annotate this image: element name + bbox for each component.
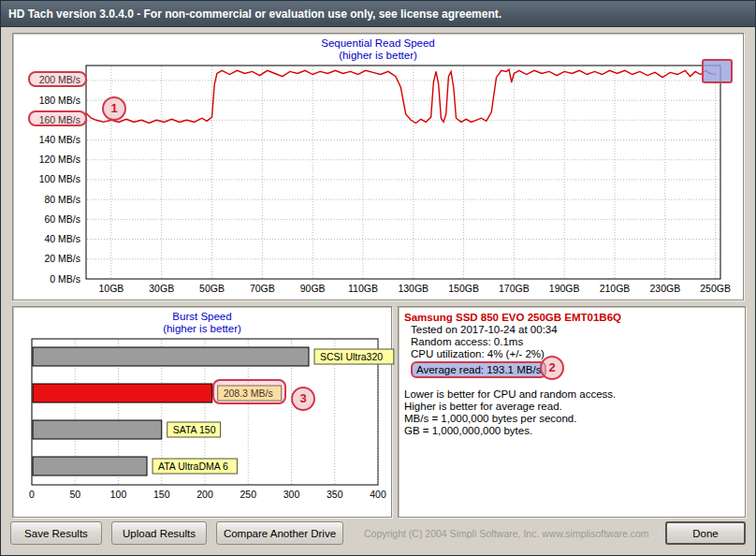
svg-text:400: 400 [370,489,386,500]
save-results-button[interactable]: Save Results [10,521,102,545]
svg-text:60 MB/s: 60 MB/s [44,213,80,225]
note-lower-better: Lower is better for CPU and random acces… [404,388,739,401]
note-mbs-definition: MB/s = 1,000,000 bytes per second. [404,413,739,425]
annotation-box-160mbs [28,110,87,126]
svg-text:70GB: 70GB [250,283,275,294]
svg-text:50: 50 [69,489,80,500]
svg-text:30GB: 30GB [149,283,174,294]
average-read-line: Average read: 193.1 MB/s [404,361,739,381]
burst-speed-chart: 050100150200250300350400SCSI Ultra320208… [13,337,393,519]
svg-text:10GB: 10GB [98,283,124,294]
svg-text:100: 100 [110,489,127,500]
annotation-step-1: 1 [102,96,126,121]
svg-text:230GB: 230GB [649,283,680,294]
random-access-text: Random access: 0.1ms [404,336,739,348]
sequential-read-panel: Sequential Read Speed (higher is better)… [12,33,744,300]
annotation-box-200mbs [28,71,87,87]
sequential-read-chart: 0 MB/s20 MB/s40 MB/s60 MB/s80 MB/s100 MB… [13,62,745,298]
svg-text:0 MB/s: 0 MB/s [50,273,80,285]
svg-text:350: 350 [327,489,343,500]
svg-text:130GB: 130GB [398,283,429,294]
copyright-text: Copyright (C) 2004 Simpli Software, Inc.… [364,528,649,539]
svg-text:110GB: 110GB [348,283,378,294]
title-bar[interactable]: HD Tach version 3.0.4.0 - For non-commer… [1,1,755,27]
svg-text:20 MB/s: 20 MB/s [44,253,80,264]
tested-on-text: Tested on 2017-10-24 at 00:34 [404,324,739,336]
svg-text:50GB: 50GB [199,283,225,294]
burst-speed-panel: Burst Speed (higher is better) 050100150… [12,306,392,518]
drive-name: Samsung SSD 850 EVO 250GB EMT01B6Q [404,312,739,324]
svg-text:40 MB/s: 40 MB/s [44,233,80,244]
note-gb-definition: GB = 1,000,000,000 bytes. [404,425,739,437]
svg-text:0: 0 [29,489,35,500]
compare-another-drive-button[interactable]: Compare Another Drive [216,521,343,545]
svg-text:150GB: 150GB [448,283,479,294]
svg-text:250GB: 250GB [700,283,731,294]
annotation-step-3: 3 [291,387,315,411]
drive-info-panel: Samsung SSD 850 EVO 250GB EMT01B6Q Teste… [398,306,746,518]
svg-text:200: 200 [196,489,213,500]
note-higher-better: Higher is better for average read. [404,401,739,413]
svg-text:SATA 150: SATA 150 [173,424,216,435]
annotation-box-chart-end [702,59,733,83]
done-button[interactable]: Done [665,521,746,545]
hd-tach-window: HD Tach version 3.0.4.0 - For non-commer… [0,0,756,556]
burst-chart-title: Burst Speed [13,307,391,323]
cpu-utilization-text: CPU utilization: 4% (+/- 2%) [404,348,739,360]
svg-text:100 MB/s: 100 MB/s [39,173,80,184]
svg-text:SCSI Ultra320: SCSI Ultra320 [320,351,383,362]
svg-text:210GB: 210GB [600,283,631,294]
average-read-value: Average read: 193.1 MB/s [411,361,546,378]
svg-text:150: 150 [153,489,170,500]
spacer [404,381,739,388]
upload-results-button[interactable]: Upload Results [111,521,207,545]
svg-text:250: 250 [240,489,256,500]
annotation-box-burst-value [212,379,286,404]
svg-text:120 MB/s: 120 MB/s [39,154,80,165]
svg-text:80 MB/s: 80 MB/s [44,194,80,205]
burst-chart-subtitle: (higher is better) [13,323,391,335]
svg-text:170GB: 170GB [499,283,530,294]
sequential-chart-title: Sequential Read Speed [13,34,743,50]
svg-text:140 MB/s: 140 MB/s [39,134,80,145]
annotation-step-2: 2 [540,356,564,380]
svg-text:90GB: 90GB [300,283,326,294]
sequential-chart-subtitle: (higher is better) [13,50,743,62]
window-title: HD Tach version 3.0.4.0 - For non-commer… [8,7,502,21]
svg-text:180 MB/s: 180 MB/s [39,95,80,106]
svg-text:300: 300 [284,489,300,500]
svg-text:ATA UltraDMA 6: ATA UltraDMA 6 [158,461,228,472]
svg-text:190GB: 190GB [549,283,580,294]
